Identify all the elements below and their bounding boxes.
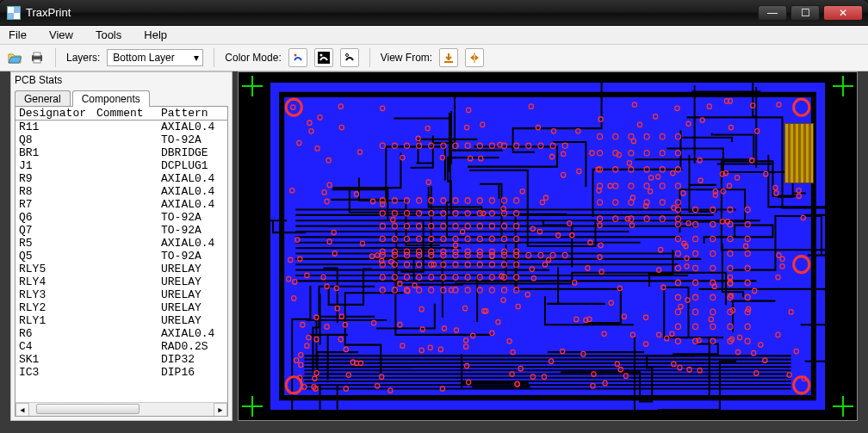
table-row[interactable]: Q5TO-92A	[16, 250, 227, 263]
col-designator[interactable]: Designator	[19, 107, 96, 120]
table-row[interactable]: R8AXIAL0.4	[16, 185, 227, 198]
svg-point-26	[562, 143, 567, 148]
svg-point-217	[710, 324, 716, 329]
window-title: TraxPrint	[26, 6, 71, 19]
svg-point-452	[549, 154, 554, 159]
app-icon	[7, 6, 21, 20]
menubar: File View Tools Help	[0, 26, 868, 45]
svg-point-322	[643, 315, 648, 320]
svg-point-274	[759, 343, 763, 348]
table-row[interactable]: R9AXIAL0.4	[16, 172, 227, 185]
svg-point-131	[429, 288, 434, 293]
svg-point-292	[686, 121, 691, 127]
table-row[interactable]: SK1DIP32	[16, 353, 227, 366]
svg-point-454	[561, 172, 566, 177]
svg-point-489	[794, 257, 809, 273]
svg-point-418	[530, 226, 535, 232]
col-comment[interactable]: Comment	[96, 107, 161, 120]
svg-point-158	[613, 183, 618, 189]
table-row[interactable]: RLY5URELAY	[16, 263, 227, 275]
svg-point-186	[693, 236, 698, 241]
color-mode-dark-button[interactable]	[314, 48, 333, 67]
svg-point-243	[670, 331, 674, 337]
svg-point-411	[648, 176, 653, 181]
svg-point-238	[381, 201, 385, 207]
svg-point-456	[428, 345, 432, 350]
svg-point-162	[675, 183, 680, 189]
table-row[interactable]: Q7TO-92A	[16, 224, 227, 237]
table-row[interactable]: IC3DIP16	[16, 366, 227, 379]
svg-point-11	[380, 143, 385, 148]
layers-label: Layers:	[66, 52, 100, 64]
origin-marker-tr	[833, 76, 853, 96]
svg-point-18	[465, 143, 470, 148]
print-icon[interactable]	[29, 50, 45, 65]
color-mode-light-button[interactable]	[288, 48, 307, 67]
svg-point-324	[325, 199, 329, 204]
table-row[interactable]: RLY4URELAY	[16, 275, 227, 288]
layer-select[interactable]: Bottom Layer ▾	[107, 49, 203, 66]
svg-point-426	[291, 105, 295, 110]
table-row[interactable]: C4RAD0.2S	[16, 340, 227, 353]
svg-point-442	[338, 104, 343, 109]
table-row[interactable]: J1DCPLUG1	[16, 159, 227, 172]
svg-point-313	[325, 325, 329, 330]
table-row[interactable]: BR1DBRIDGE	[16, 146, 227, 159]
minimize-button[interactable]: —	[758, 5, 787, 21]
table-row[interactable]: RLY1URELAY	[16, 314, 227, 327]
view-from-top-button[interactable]	[439, 48, 458, 67]
view-from-mirror-button[interactable]	[465, 48, 484, 67]
svg-point-206	[693, 294, 698, 300]
svg-point-413	[299, 353, 303, 358]
horizontal-scrollbar[interactable]: ◂ ▸	[16, 402, 227, 416]
menu-tools[interactable]: Tools	[96, 28, 121, 41]
svg-point-51	[477, 198, 482, 203]
svg-point-316	[551, 129, 555, 134]
close-button[interactable]: ✕	[823, 5, 863, 21]
titlebar: TraxPrint — ☐ ✕	[0, 0, 868, 26]
scroll-left-arrow[interactable]: ◂	[16, 403, 29, 417]
color-mode-outline-button[interactable]	[340, 48, 359, 67]
svg-point-48	[441, 198, 446, 203]
svg-point-4	[294, 54, 296, 57]
svg-point-398	[707, 104, 711, 109]
table-row[interactable]: R11AXIAL0.4	[16, 121, 227, 133]
pcb-canvas[interactable]	[238, 71, 858, 421]
svg-point-382	[327, 182, 332, 188]
svg-point-435	[643, 342, 648, 347]
svg-point-333	[301, 322, 305, 327]
menu-help[interactable]: Help	[144, 28, 167, 41]
tab-general[interactable]: General	[15, 90, 71, 107]
svg-point-478	[426, 180, 431, 185]
scroll-right-arrow[interactable]: ▸	[214, 403, 227, 417]
svg-point-237	[574, 317, 579, 322]
menu-view[interactable]: View	[49, 28, 73, 41]
svg-point-52	[489, 198, 494, 203]
open-icon[interactable]	[7, 50, 22, 65]
svg-point-266	[648, 189, 652, 195]
svg-point-400	[777, 253, 781, 258]
svg-point-436	[632, 102, 636, 108]
svg-point-344	[344, 347, 348, 352]
menu-file[interactable]: File	[9, 28, 27, 41]
col-pattern[interactable]: Pattern	[161, 107, 224, 120]
tab-components[interactable]: Components	[72, 90, 150, 107]
svg-point-209	[745, 294, 750, 300]
components-grid[interactable]: Designator Comment Pattern R11AXIAL0.4Q8…	[15, 106, 228, 417]
svg-point-351	[643, 204, 648, 209]
table-row[interactable]: R6AXIAL0.4	[16, 327, 227, 340]
table-row[interactable]: R5AXIAL0.4	[16, 237, 227, 250]
table-row[interactable]: Q8TO-92A	[16, 133, 227, 146]
table-row[interactable]: RLY2URELAY	[16, 301, 227, 314]
svg-point-284	[307, 335, 311, 340]
svg-point-211	[693, 309, 698, 314]
table-row[interactable]: RLY3URELAY	[16, 288, 227, 301]
scroll-thumb[interactable]	[36, 404, 140, 414]
table-row[interactable]: Q6TO-92A	[16, 211, 227, 224]
svg-point-196	[693, 265, 698, 270]
maximize-button[interactable]: ☐	[790, 5, 820, 21]
svg-point-233	[709, 317, 713, 322]
svg-point-319	[774, 191, 778, 196]
svg-point-367	[543, 195, 548, 201]
table-row[interactable]: R7AXIAL0.4	[16, 198, 227, 211]
